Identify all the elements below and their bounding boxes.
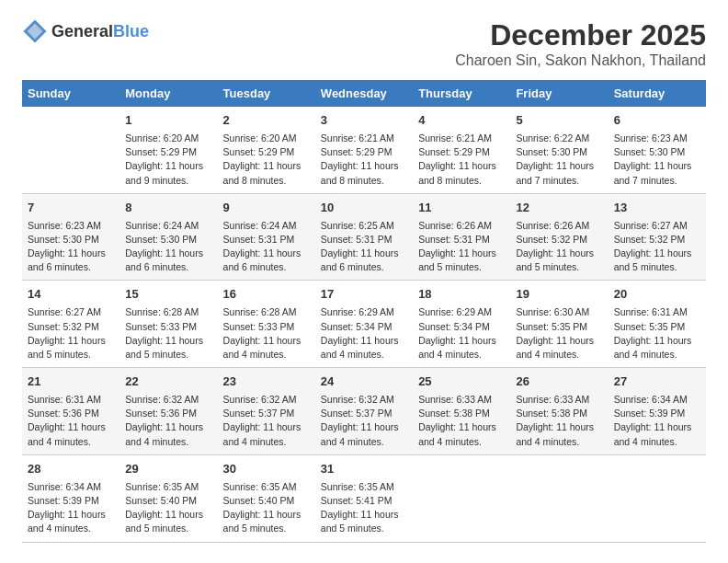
cell-text: Sunset: 5:32 PM [516,233,602,247]
cell-text: Sunrise: 6:33 AM [516,393,602,407]
day-number: 7 [28,200,114,217]
cell-text: Sunset: 5:29 PM [418,145,505,159]
week-row-0: 1Sunrise: 6:20 AMSunset: 5:29 PMDaylight… [22,107,706,193]
day-number: 22 [125,373,211,391]
cell-text: Sunrise: 6:24 AM [125,219,211,233]
cell-text: Sunset: 5:32 PM [28,320,114,334]
cell-text: Daylight: 11 hours and 4 minutes. [28,508,114,535]
cell-text: Sunrise: 6:20 AM [125,132,211,145]
cell-3-1: 22Sunrise: 6:32 AMSunset: 5:36 PMDayligh… [119,368,217,455]
day-number: 8 [125,200,211,217]
cell-0-1: 1Sunrise: 6:20 AMSunset: 5:29 PMDaylight… [119,107,217,193]
cell-4-5 [510,454,608,542]
cell-3-5: 26Sunrise: 6:33 AMSunset: 5:38 PMDayligh… [510,368,608,455]
title-area: December 2025 Charoen Sin, Sakon Nakhon,… [455,18,706,69]
cell-1-2: 9Sunrise: 6:24 AMSunset: 5:31 PMDaylight… [218,193,315,281]
header: GeneralBlue December 2025 Charoen Sin, S… [22,18,706,69]
cell-text: Daylight: 11 hours and 5 minutes. [28,334,114,362]
cell-text: Sunrise: 6:29 AM [418,305,505,319]
header-monday: Monday [119,80,217,107]
day-number: 2 [223,112,310,130]
cell-text: Daylight: 11 hours and 4 minutes. [614,334,700,362]
cell-0-5: 5Sunrise: 6:22 AMSunset: 5:30 PMDaylight… [510,107,608,193]
cell-1-6: 13Sunrise: 6:27 AMSunset: 5:32 PMDayligh… [609,193,706,281]
cell-text: Sunset: 5:29 PM [223,145,310,159]
cell-text: Sunrise: 6:22 AM [516,132,602,145]
cell-text: Daylight: 11 hours and 4 minutes. [223,334,310,362]
cell-text: Sunset: 5:39 PM [28,494,114,508]
cell-text: Daylight: 11 hours and 4 minutes. [28,420,114,448]
header-thursday: Thursday [413,80,510,107]
cell-text: Sunset: 5:30 PM [28,233,114,247]
cell-text: Daylight: 11 hours and 4 minutes. [516,420,602,448]
cell-text: Sunrise: 6:35 AM [125,480,211,494]
cell-text: Sunrise: 6:26 AM [418,219,505,233]
cell-1-0: 7Sunrise: 6:23 AMSunset: 5:30 PMDaylight… [22,193,119,281]
cell-0-3: 3Sunrise: 6:21 AMSunset: 5:29 PMDaylight… [315,107,413,193]
cell-text: Daylight: 11 hours and 5 minutes. [125,334,211,362]
header-sunday: Sunday [22,80,119,107]
cell-3-6: 27Sunrise: 6:34 AMSunset: 5:39 PMDayligh… [609,368,706,455]
cell-text: Sunset: 5:37 PM [321,407,407,420]
day-number: 25 [418,373,505,391]
cell-2-5: 19Sunrise: 6:30 AMSunset: 5:35 PMDayligh… [510,281,608,368]
cell-text: Sunrise: 6:34 AM [28,480,114,494]
cell-text: Daylight: 11 hours and 4 minutes. [321,420,407,448]
cell-2-6: 20Sunrise: 6:31 AMSunset: 5:35 PMDayligh… [609,281,706,368]
cell-text: Sunrise: 6:26 AM [516,219,602,233]
day-number: 26 [516,373,602,391]
cell-text: Sunrise: 6:34 AM [614,393,700,407]
cell-text: Daylight: 11 hours and 7 minutes. [614,159,700,187]
cell-text: Daylight: 11 hours and 5 minutes. [321,508,407,535]
cell-text: Sunrise: 6:31 AM [614,305,700,319]
cell-text: Sunset: 5:35 PM [516,320,602,334]
cell-text: Daylight: 11 hours and 4 minutes. [125,420,211,448]
cell-text: Sunset: 5:34 PM [321,320,407,334]
cell-text: Sunset: 5:37 PM [223,407,310,420]
day-number: 28 [28,461,114,478]
cell-text: Sunset: 5:31 PM [321,233,407,247]
cell-text: Daylight: 11 hours and 4 minutes. [418,420,505,448]
cell-text: Sunset: 5:33 PM [125,320,211,334]
cell-3-0: 21Sunrise: 6:31 AMSunset: 5:36 PMDayligh… [22,368,119,455]
cell-text: Sunrise: 6:21 AM [418,132,505,145]
cell-4-6 [609,454,706,542]
cell-text: Sunrise: 6:23 AM [614,132,700,145]
main-title: December 2025 [455,18,706,52]
calendar-table: SundayMondayTuesdayWednesdayThursdayFrid… [22,80,706,543]
logo: GeneralBlue [22,18,149,44]
cell-text: Sunrise: 6:33 AM [418,393,505,407]
cell-2-3: 17Sunrise: 6:29 AMSunset: 5:34 PMDayligh… [315,281,413,368]
cell-text: Sunrise: 6:31 AM [28,393,114,407]
cell-3-2: 23Sunrise: 6:32 AMSunset: 5:37 PMDayligh… [218,368,315,455]
cell-text: Sunrise: 6:28 AM [125,305,211,319]
day-number: 13 [614,200,700,217]
cell-text: Daylight: 11 hours and 5 minutes. [125,508,211,535]
cell-text: Sunset: 5:40 PM [125,494,211,508]
day-number: 12 [516,200,602,217]
cell-text: Sunrise: 6:25 AM [321,219,407,233]
day-number: 17 [321,286,407,304]
cell-2-4: 18Sunrise: 6:29 AMSunset: 5:34 PMDayligh… [413,281,510,368]
day-number: 24 [321,373,407,391]
cell-text: Daylight: 11 hours and 8 minutes. [418,159,505,187]
cell-text: Sunrise: 6:29 AM [321,305,407,319]
cell-3-4: 25Sunrise: 6:33 AMSunset: 5:38 PMDayligh… [413,368,510,455]
cell-text: Sunrise: 6:20 AM [223,132,310,145]
day-number: 31 [321,461,407,478]
cell-0-0 [22,107,119,193]
cell-text: Daylight: 11 hours and 6 minutes. [321,247,407,274]
cell-text: Daylight: 11 hours and 5 minutes. [516,247,602,274]
cell-text: Sunset: 5:31 PM [418,233,505,247]
day-number: 15 [125,286,211,304]
day-number: 5 [516,112,602,130]
cell-text: Sunrise: 6:23 AM [28,219,114,233]
cell-text: Sunrise: 6:27 AM [28,305,114,319]
cell-3-3: 24Sunrise: 6:32 AMSunset: 5:37 PMDayligh… [315,368,413,455]
header-saturday: Saturday [609,80,706,107]
cell-4-4 [413,454,510,542]
cell-text: Sunset: 5:32 PM [614,233,700,247]
cell-text: Sunset: 5:34 PM [418,320,505,334]
week-row-1: 7Sunrise: 6:23 AMSunset: 5:30 PMDaylight… [22,193,706,281]
cell-text: Daylight: 11 hours and 9 minutes. [125,159,211,187]
